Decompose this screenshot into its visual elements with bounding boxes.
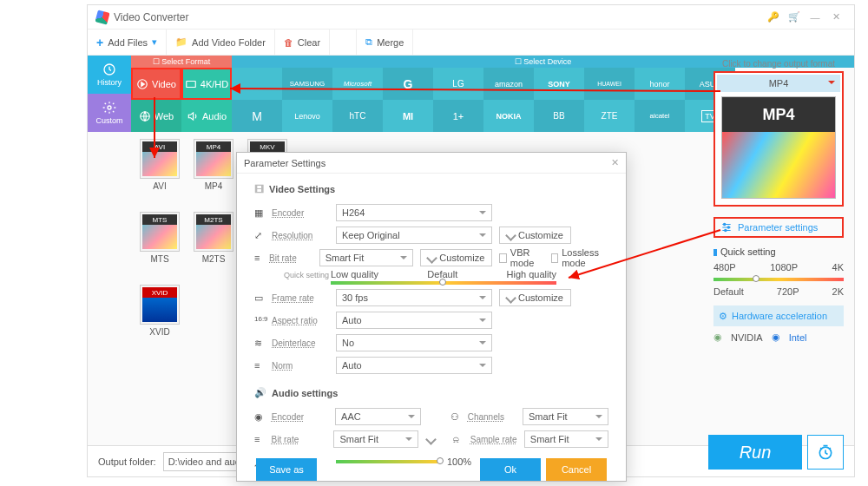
- gpu-row: ◉NVIDIA ◉Intel: [713, 332, 844, 343]
- format-video[interactable]: Video: [131, 68, 181, 100]
- thumb-avi[interactable]: AVIAVI: [135, 139, 185, 205]
- bitrate-customize-button[interactable]: Customize: [420, 249, 492, 266]
- brand-microsoft[interactable]: Microsoft: [332, 68, 383, 100]
- parameter-settings-link[interactable]: Parameter settings: [713, 217, 844, 238]
- merge-button[interactable]: ⧉Merge: [356, 30, 413, 55]
- custom-button[interactable]: Custom: [88, 94, 131, 132]
- run-button[interactable]: Run: [708, 435, 802, 470]
- norm-select[interactable]: Auto: [336, 357, 492, 374]
- output-format-preview: MP4: [721, 96, 836, 199]
- close-button[interactable]: ✕: [826, 8, 845, 27]
- quality-slider[interactable]: [331, 281, 556, 285]
- quick-setting-slider[interactable]: [713, 278, 844, 281]
- lossless-checkbox[interactable]: Lossless mode: [551, 247, 608, 268]
- brand-google[interactable]: G: [383, 68, 433, 100]
- side-column: History Custom: [88, 56, 131, 132]
- minimize-button[interactable]: —: [806, 8, 825, 27]
- brand-lg[interactable]: LG: [433, 68, 483, 100]
- titlebar: Video Converter 🔑 🛒 — ✕: [88, 5, 854, 30]
- audio-settings-header: 🔊Audio settings: [254, 387, 608, 398]
- history-button[interactable]: History: [88, 56, 131, 94]
- brand-huawei[interactable]: HUAWEI: [584, 68, 635, 100]
- schedule-button[interactable]: [807, 435, 844, 470]
- quick-setting-block: Quick setting 480P1080P4K Default720P2K: [713, 246, 844, 297]
- brand-blackberry[interactable]: BB: [534, 100, 584, 132]
- svg-point-1: [108, 106, 111, 109]
- cart-icon[interactable]: 🛒: [785, 8, 804, 27]
- parameter-settings-dialog: Parameter Settings ✕ 🎞Video Settings ▦En…: [236, 152, 627, 482]
- output-format-box[interactable]: MP4 MP4: [713, 71, 844, 207]
- format-web[interactable]: Web: [131, 100, 181, 132]
- framerate-customize-button[interactable]: Customize: [499, 289, 571, 306]
- brand-oneplus[interactable]: 1+: [433, 100, 483, 132]
- brand-htc[interactable]: hTC: [332, 100, 383, 132]
- add-files-button[interactable]: +Add Files▾: [88, 30, 167, 55]
- save-as-button[interactable]: Save as: [256, 458, 317, 481]
- brand-moto[interactable]: M: [232, 100, 282, 132]
- format-4khd[interactable]: 4K/HD: [181, 68, 232, 100]
- brand-apple[interactable]: [232, 68, 282, 100]
- thumb-mts[interactable]: MTSMTS: [135, 212, 185, 278]
- hardware-accel-button[interactable]: ⚙Hardware acceleration: [713, 305, 844, 326]
- click-to-change-label: Click to change output format: [713, 59, 844, 69]
- channels-select[interactable]: Smart Fit: [523, 408, 608, 425]
- dialog-title: Parameter Settings: [244, 158, 326, 168]
- app-logo-icon: [95, 10, 109, 24]
- video-encoder-select[interactable]: H264: [336, 204, 492, 221]
- video-bitrate-select[interactable]: Smart Fit: [319, 249, 414, 266]
- brand-sony[interactable]: SONY: [534, 68, 584, 100]
- ok-button[interactable]: Ok: [480, 458, 541, 481]
- svg-point-6: [727, 227, 729, 228]
- select-format-head: ☐ Select Format: [131, 56, 232, 68]
- audio-bitrate-select[interactable]: Smart Fit: [333, 430, 418, 448]
- app-title: Video Converter: [114, 11, 189, 23]
- dialog-titlebar: Parameter Settings ✕: [237, 153, 626, 174]
- dialog-close-icon[interactable]: ✕: [611, 157, 619, 168]
- thumb-mp4[interactable]: MP4MP4: [188, 139, 239, 205]
- dialog-footer: Save as Ok Cancel: [237, 458, 626, 481]
- quick-setting-label: Quick setting: [713, 246, 844, 257]
- brand-nokia[interactable]: NOKIA: [483, 100, 534, 132]
- video-settings-header: 🎞Video Settings: [254, 184, 608, 194]
- brand-lenovo[interactable]: Lenovo: [282, 100, 332, 132]
- resolution-select[interactable]: Keep Original: [336, 227, 492, 244]
- brand-honor[interactable]: honor: [635, 68, 685, 100]
- aspect-select[interactable]: Auto: [336, 312, 492, 329]
- clear-button[interactable]: 🗑Clear: [275, 30, 330, 55]
- resolution-customize-button[interactable]: Customize: [499, 227, 571, 244]
- framerate-select[interactable]: 30 fps: [336, 289, 492, 306]
- svg-rect-3: [187, 81, 196, 87]
- brand-amazon[interactable]: amazon: [483, 68, 534, 100]
- format-audio[interactable]: Audio: [181, 100, 232, 132]
- brand-zte[interactable]: ZTE: [584, 100, 635, 132]
- output-format-dropdown: MP4: [717, 75, 840, 92]
- svg-point-7: [725, 229, 727, 231]
- brand-alcatel[interactable]: alcatel: [635, 100, 685, 132]
- brand-samsung[interactable]: SAMSUNG: [282, 68, 332, 100]
- cancel-button[interactable]: Cancel: [546, 458, 607, 481]
- toolbar: +Add Files▾ 📁Add Video Folder 🗑Clear ⧉Me…: [88, 30, 854, 56]
- deinterlace-select[interactable]: No: [336, 334, 492, 351]
- thumb-m2ts[interactable]: M2TSM2TS: [188, 212, 239, 278]
- svg-point-5: [724, 223, 726, 225]
- brand-mi[interactable]: MI: [383, 100, 433, 132]
- audio-encoder-select[interactable]: AAC: [335, 408, 421, 425]
- key-icon[interactable]: 🔑: [764, 8, 783, 27]
- right-panel: Click to change output format MP4 MP4 Pa…: [713, 59, 844, 343]
- add-folder-button[interactable]: 📁Add Video Folder: [167, 30, 275, 55]
- thumb-xvid[interactable]: XVIDXVID: [135, 285, 185, 351]
- vbr-checkbox[interactable]: VBR mode: [499, 247, 543, 268]
- samplerate-select[interactable]: Smart Fit: [524, 430, 608, 448]
- output-folder-label: Output folder:: [98, 456, 156, 467]
